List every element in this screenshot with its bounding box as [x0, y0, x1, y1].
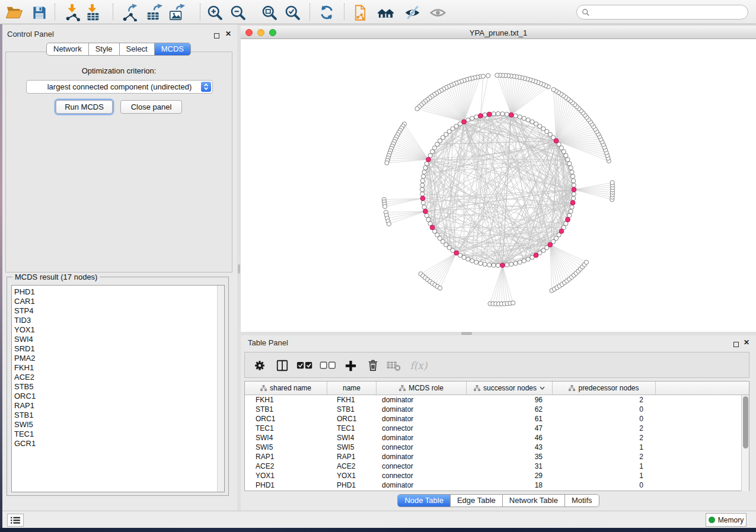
delete-table-button[interactable]	[385, 357, 403, 374]
tab-network-table[interactable]: Network Table	[502, 495, 564, 507]
mcds-result-list[interactable]: PHD1CAR1STP4TID3YOX1SWI4SRD1PMA2FKH1ACE2…	[11, 285, 225, 492]
mcds-result-title: MCDS result (17 nodes)	[12, 273, 100, 281]
close-panel-icon-button[interactable]: ✕	[225, 30, 231, 38]
tab-mcds[interactable]: MCDS	[154, 43, 190, 55]
mcds-result-item[interactable]: STB5	[12, 382, 224, 392]
table-row[interactable]: SWI4SWI4dominator462	[245, 433, 742, 443]
mcds-result-item[interactable]: RAP1	[12, 401, 224, 411]
mcds-result-item[interactable]: ACE2	[12, 373, 224, 382]
open-folder-icon	[5, 4, 23, 21]
splitter-handle[interactable]	[461, 332, 472, 335]
tab-style[interactable]: Style	[88, 43, 119, 55]
column-header-shared-name[interactable]: shared name	[245, 382, 327, 395]
export-network-button[interactable]	[121, 3, 140, 22]
show-columns-button[interactable]	[273, 357, 291, 374]
share-document-icon	[352, 4, 369, 21]
table-row[interactable]: ACE2ACE2connector311	[245, 462, 742, 471]
column-header-predecessor-nodes[interactable]: predecessor nodes	[553, 382, 656, 395]
column-header-label: successor nodes	[483, 384, 537, 392]
criterion-select[interactable]: largest connected component (undirected)	[26, 80, 213, 94]
function-builder-button[interactable]: f(x)	[407, 357, 430, 374]
task-list-icon	[10, 516, 21, 524]
tab-select[interactable]: Select	[119, 43, 154, 55]
cell-successor-nodes: 62	[535, 405, 543, 414]
show-graphics-button[interactable]	[428, 3, 447, 22]
mcds-result-item[interactable]: STB1	[12, 411, 224, 420]
export-table-button[interactable]	[145, 3, 164, 22]
column-header-name[interactable]: name	[327, 382, 377, 395]
mcds-result-item[interactable]: GCR1	[12, 439, 224, 448]
splitter-handle[interactable]	[238, 264, 240, 274]
save-session-button[interactable]	[30, 3, 49, 22]
search-input[interactable]	[590, 8, 738, 17]
hide-graphics-button[interactable]	[403, 3, 422, 22]
export-image-button[interactable]	[167, 3, 186, 22]
optimization-criterion-label: Optimization criterion:	[5, 66, 232, 75]
table-row[interactable]: ORC1ORC1dominator610	[245, 414, 742, 424]
cell-successor-nodes: 29	[535, 472, 543, 480]
task-history-button[interactable]	[7, 514, 24, 527]
mcds-result-item[interactable]: ORC1	[12, 392, 224, 401]
table-row[interactable]: FKH1FKH1dominator962	[245, 395, 742, 405]
tab-network[interactable]: Network	[47, 43, 88, 55]
delete-columns-button[interactable]	[364, 357, 382, 374]
mcds-result-item[interactable]: PMA2	[12, 354, 224, 363]
tab-edge-table[interactable]: Edge Table	[450, 495, 502, 507]
network-graph	[241, 39, 756, 332]
network-window-titlebar[interactable]: YPA_prune.txt_1	[241, 26, 756, 39]
cell-predecessor-nodes: 2	[639, 434, 643, 442]
mcds-result-item[interactable]: YOX1	[12, 325, 224, 335]
table-scrollbar-thumb[interactable]	[743, 396, 748, 448]
table-row[interactable]: RAP1RAP1dominator352	[245, 452, 742, 462]
select-all-button[interactable]	[296, 357, 314, 374]
close-panel-button[interactable]: Close panel	[120, 100, 182, 114]
zoom-fit-icon	[261, 4, 278, 21]
table-options-button[interactable]	[251, 357, 269, 374]
refresh-icon	[318, 4, 335, 21]
deselect-all-button[interactable]	[319, 357, 337, 374]
tab-node-table[interactable]: Node Table	[398, 495, 450, 507]
network-canvas[interactable]	[241, 39, 756, 332]
float-table-panel-button[interactable]	[733, 339, 739, 350]
float-panel-button[interactable]	[214, 30, 219, 41]
zoom-fit-button[interactable]	[260, 3, 279, 22]
open-session-button[interactable]	[5, 3, 24, 22]
refresh-button[interactable]	[317, 3, 336, 22]
mcds-result-item[interactable]: CAR1	[12, 297, 224, 306]
table-row[interactable]: PHD1PHD1dominator180	[245, 480, 742, 490]
search-field[interactable]	[576, 5, 748, 20]
close-table-panel-button[interactable]: ✕	[744, 338, 749, 347]
table-row[interactable]: STB1STB1dominator620	[245, 405, 742, 414]
memory-button[interactable]: Memory	[706, 513, 747, 527]
import-table-button[interactable]	[83, 3, 102, 22]
mcds-result-item[interactable]: FKH1	[12, 363, 224, 373]
table-row[interactable]: YOX1YOX1connector291	[245, 471, 742, 480]
run-mcds-button[interactable]: Run MCDS	[56, 100, 113, 114]
import-network-button[interactable]	[63, 3, 82, 22]
create-column-button[interactable]	[342, 357, 359, 374]
home-networks-button[interactable]	[376, 3, 395, 22]
column-header-label: name	[343, 384, 361, 392]
column-header-successor-nodes[interactable]: successor nodes	[467, 382, 553, 395]
cell-shared-name: RAP1	[256, 453, 274, 461]
zoom-selected-button[interactable]	[283, 3, 302, 22]
table-row[interactable]: TEC1TEC1connector472	[245, 424, 742, 433]
share-document-button[interactable]	[350, 3, 369, 22]
zoom-out-button[interactable]	[228, 3, 247, 22]
mcds-result-item[interactable]: SWI4	[12, 335, 224, 344]
mcds-result-item[interactable]: STP4	[12, 306, 224, 316]
cell-name: ACE2	[337, 462, 355, 470]
tab-motifs[interactable]: Motifs	[564, 495, 599, 507]
column-header-MCDS-role[interactable]: MCDS role	[377, 382, 467, 395]
mcds-result-item[interactable]: TID3	[12, 316, 224, 325]
mcds-result-item[interactable]: PHD1	[12, 287, 224, 297]
mcds-result-item[interactable]: TEC1	[12, 430, 224, 439]
table-row[interactable]: SWI5SWI5connector431	[245, 443, 742, 452]
mcds-result-item[interactable]: SWI5	[12, 420, 224, 430]
toolbar-separator	[310, 4, 310, 20]
status-bar: Memory	[2, 511, 756, 528]
mcds-list-scrollbar[interactable]	[217, 286, 224, 492]
zoom-in-button[interactable]	[205, 3, 224, 22]
table-scrollbar[interactable]	[741, 395, 749, 491]
mcds-result-item[interactable]: SRD1	[12, 344, 224, 354]
